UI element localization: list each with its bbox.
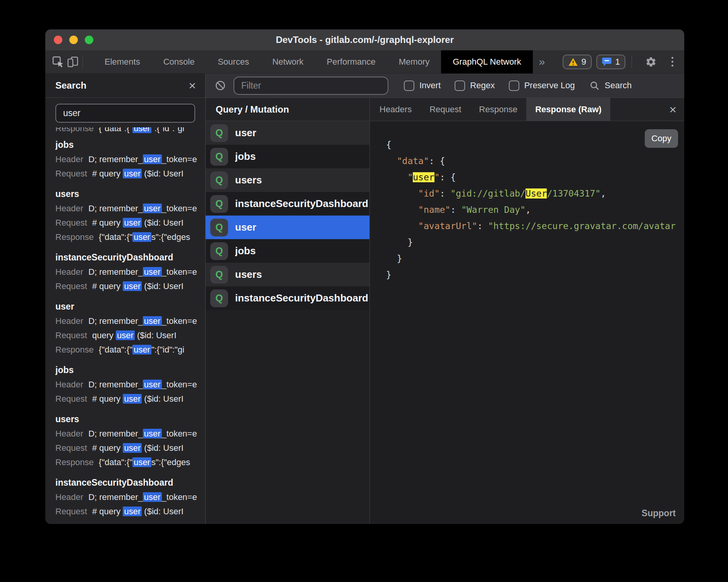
issue-bubble-icon [602,57,612,67]
query-list-item-label: users [235,174,262,186]
preserve-log-checkbox-group[interactable]: Preserve Log [509,80,575,91]
settings-gear-icon[interactable] [644,53,658,70]
result-row-value: D; remember_user_token=e [88,154,197,164]
detail-close-icon[interactable]: × [669,103,676,116]
regex-checkbox-label: Regex [470,80,495,91]
search-result-group-title: jobs [55,363,205,377]
search-result-group-title: instanceSecurityDashboard [55,476,205,490]
warning-count: 9 [582,57,586,67]
result-row-label: Response [55,127,94,133]
query-list-item-user[interactable]: Quser [206,121,369,145]
search-close-icon[interactable]: × [189,79,196,92]
more-options-icon[interactable] [668,57,676,67]
result-row-value: # query user ($id: UserI [92,169,184,178]
search-match-highlight: user [143,429,162,438]
query-list-item-users[interactable]: Qusers [206,263,369,286]
devtools-tab-graphql-network[interactable]: GraphQL Network [441,50,532,74]
search-result-group-title: user [55,300,205,314]
search-panel-title: Search [55,80,86,91]
search-result-row[interactable]: HeaderD; remember_user_token=e [55,377,205,392]
result-row-label: Response [55,232,94,242]
search-match-highlight: user [132,232,151,242]
response-raw-content: { "data": { "user": { "id": "gid://gitla… [370,121,684,524]
search-result-row[interactable]: Request# query user ($id: UserI [55,166,205,181]
response-tabs-bar: HeadersRequestResponseResponse (Raw) × [370,98,684,121]
clear-filter-icon[interactable] [215,80,226,91]
response-tab-request[interactable]: Request [421,98,470,121]
support-link[interactable]: Support [642,508,676,519]
query-list-item-instancesecuritydashboard[interactable]: QinstanceSecurityDashboard [206,192,369,216]
query-list-item-jobs[interactable]: Qjobs [206,239,369,263]
devtools-tab-performance[interactable]: Performance [315,50,387,74]
query-list-item-label: instanceSecurityDashboard [235,198,368,210]
search-result-row[interactable]: Response{"data":{"user":{"id":"gi [55,127,205,135]
search-result-row[interactable]: HeaderD; remember_user_token=e [55,490,205,504]
preserve-log-checkbox[interactable] [509,80,519,91]
devtools-tab-console[interactable]: Console [152,50,206,74]
response-tab-headers[interactable]: Headers [371,98,421,121]
result-row-value: {"data":{"users":{"edges [99,457,190,467]
response-tab-response[interactable]: Response [470,98,526,121]
invert-checkbox[interactable] [404,80,414,91]
result-row-label: Request [55,330,87,340]
inspect-element-icon[interactable] [51,53,65,70]
search-result-row[interactable]: Response{"data":{"users":{"edges [55,455,205,469]
devtools-tab-network[interactable]: Network [261,50,315,74]
search-result-row[interactable]: HeaderD; remember_user_token=e [55,201,205,216]
close-window-button[interactable] [54,36,62,44]
result-row-label: Header [55,204,83,213]
search-result-row[interactable]: HeaderD; remember_user_token=e [55,426,205,441]
copy-button[interactable]: Copy [645,129,678,148]
query-list-item-users[interactable]: Qusers [206,168,369,192]
devtools-tab-memory[interactable]: Memory [387,50,441,74]
result-row-value: D; remember_user_token=e [88,380,197,389]
search-result-row[interactable]: Request# query user ($id: UserI [55,441,205,455]
query-mutation-list: QuserQjobsQusersQinstanceSecurityDashboa… [206,121,369,310]
search-result-row[interactable]: Response{"data":{"users":{"edges [55,230,205,244]
search-result-row[interactable]: Request# query user ($id: UserI [55,279,205,293]
search-icon [589,80,600,91]
device-toolbar-icon[interactable] [65,53,80,70]
badge-divider [632,56,632,68]
result-row-label: Request [55,281,87,291]
search-result-group-title: users [55,187,205,201]
search-result-row[interactable]: Request# query user ($id: UserI [55,504,205,519]
result-row-label: Response [55,345,94,354]
toolbar-search-button[interactable]: Search [589,80,632,91]
more-tabs-chevron[interactable]: » [539,56,545,68]
query-list-item-label: user [235,221,256,233]
invert-checkbox-group[interactable]: Invert [404,80,441,91]
response-tab-response-raw[interactable]: Response (Raw) [526,98,610,121]
title-bar: DevTools - gitlab.com/-/graphql-explorer [45,29,684,50]
filter-input[interactable] [234,77,388,95]
result-row-label: Header [55,492,83,502]
search-input[interactable] [55,104,195,123]
search-match-highlight: user [116,330,135,340]
search-result-row[interactable]: Response{"data":{"user":{"id":"gi [55,342,205,357]
result-row-value: # query user ($id: UserI [92,218,184,228]
query-list-item-jobs[interactable]: Qjobs [206,145,369,168]
warnings-badge[interactable]: 9 [563,55,592,69]
search-result-row[interactable]: HeaderD; remember_user_token=e [55,152,205,166]
minimize-window-button[interactable] [69,36,78,44]
issues-badge[interactable]: 1 [596,55,625,69]
search-result-row[interactable]: Request# query user ($id: UserI [55,392,205,406]
search-result-row[interactable]: HeaderD; remember_user_token=e [55,265,205,279]
regex-checkbox[interactable] [455,80,465,91]
zoom-window-button[interactable] [85,36,93,44]
result-row-value: D; remember_user_token=e [88,267,197,277]
devtools-tab-sources[interactable]: Sources [206,50,261,74]
devtools-tab-elements[interactable]: Elements [93,50,152,74]
query-list-item-label: jobs [235,151,256,163]
query-mutation-panel: Query / Mutation QuserQjobsQusersQinstan… [206,98,370,524]
search-panel: Search × Response{"data":{"user":{"id":"… [45,74,206,524]
query-type-badge: Q [210,195,228,213]
search-result-row[interactable]: HeaderD; remember_user_token=e [55,314,205,328]
search-match-highlight: user [123,169,142,178]
regex-checkbox-group[interactable]: Regex [455,80,495,91]
search-result-row[interactable]: Requestquery user ($id: UserI [55,328,205,342]
search-result-row[interactable]: Request# query user ($id: UserI [55,216,205,230]
query-list-item-instancesecuritydashboard[interactable]: QinstanceSecurityDashboard [206,286,369,310]
query-list-item-user-selected[interactable]: Quser [206,216,369,239]
result-row-label: Request [55,169,87,178]
